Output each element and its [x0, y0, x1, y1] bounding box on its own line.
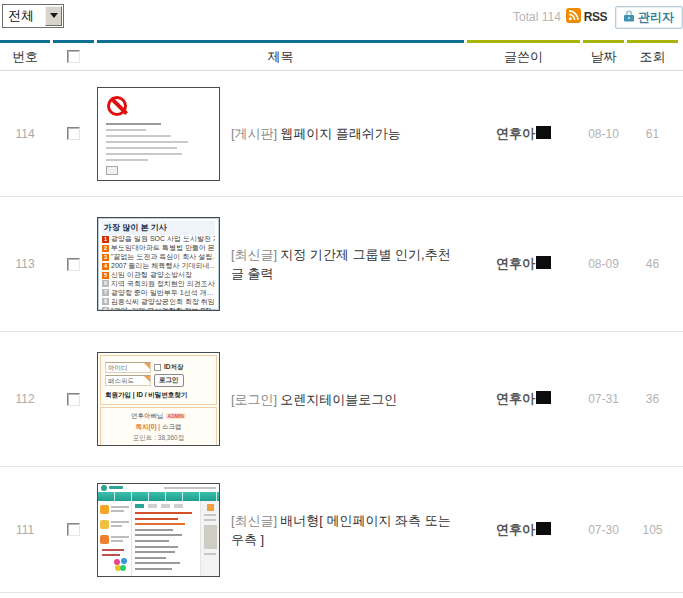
prohibition-icon — [107, 96, 127, 116]
admin-badge: ADMIN — [166, 413, 186, 419]
post-category-tag: [최신글] — [231, 247, 277, 262]
site-tabs — [135, 504, 197, 508]
chevron-down-icon[interactable] — [45, 6, 62, 26]
post-date: 07-31 — [583, 392, 624, 406]
post-author[interactable]: 연후아 — [467, 255, 580, 273]
post-date: 07-30 — [583, 523, 624, 537]
board-filter-value: 전체 — [3, 7, 44, 25]
post-title-link[interactable]: [로그인]오렌지테이블로그인 — [231, 390, 463, 409]
memo-link: 쪽지(0) — [136, 423, 157, 430]
menu-icon — [100, 505, 109, 514]
news-item-text: 신임 이관형 광양소방서장 — [111, 271, 192, 280]
news-widget-heading: 가장 많이 본 기사 — [102, 221, 215, 235]
post-view-count: 105 — [627, 523, 678, 537]
site-header — [98, 484, 219, 493]
post-number: 111 — [0, 523, 50, 537]
text-line — [106, 159, 148, 161]
news-rank-badge: 9 — [102, 307, 109, 311]
column-header-title: 제목 — [97, 40, 464, 70]
redaction-block — [536, 126, 551, 139]
board-toolbar: 전체 Total 114 RSS 관리자 — [0, 0, 683, 36]
row-checkbox[interactable] — [67, 523, 80, 536]
news-item: 7광양항 중마 일반부두 1선석 개… — [102, 288, 215, 297]
column-header-views: 조회 — [627, 40, 678, 70]
news-item-text: 광양항 중마 일반부두 1선석 개… — [111, 288, 214, 297]
select-all-checkbox[interactable] — [67, 50, 80, 63]
news-item-text: 2007 올리는 체육행사 기대되네… — [111, 262, 215, 271]
post-view-count: 61 — [627, 127, 678, 141]
post-title-link[interactable]: [최신글]지정 기간제 그룹별 인기,추천글 출력 — [231, 245, 463, 283]
column-header-author: 글쓴이 — [467, 40, 580, 70]
id-save-label: ID저장 — [164, 363, 184, 372]
text-line — [106, 129, 146, 131]
news-item: 5신임 이관형 광양소방서장 — [102, 271, 215, 280]
table-row: 114 [게시판]웹페이지 플래쉬가능 연후아 — [0, 71, 683, 197]
news-item: 42007 올리는 체육행사 기대되네… — [102, 262, 215, 271]
ad-block — [207, 504, 214, 511]
news-rank-badge: 6 — [102, 280, 109, 287]
news-item-text: 김용식씨 광양상공인회 회장 취임 — [111, 297, 215, 306]
site-article-list — [131, 501, 200, 575]
login-username: 연후아빠님 — [131, 412, 164, 419]
pinwheel-icon — [114, 558, 127, 571]
id-save-checkbox — [154, 364, 161, 371]
site-logo-text — [109, 486, 123, 489]
post-title-link[interactable]: [게시판]웹페이지 플래쉬가능 — [231, 124, 463, 143]
post-author-text: 연후아 — [496, 126, 535, 141]
post-category-tag: [로그인] — [231, 392, 277, 407]
column-header-number: 번호 — [0, 40, 50, 70]
article-lines — [135, 512, 197, 570]
news-item-text: 부도임대아파트 특별법 만들어 본 … — [111, 244, 215, 253]
login-form-panel: 아이디 ID저장 패스워드 로그인 회원가입 | ID / 비밀번호찾기 — [100, 355, 217, 405]
text-line — [106, 141, 188, 143]
row-checkbox[interactable] — [67, 393, 80, 406]
login-userinfo-panel: 연후아빠님ADMIN 쪽지(0) | 스크랩 포인트 : 38,360점 — [100, 407, 217, 446]
site-top-links — [164, 487, 216, 489]
rss-icon — [566, 8, 581, 27]
total-count-label: Total 114 — [513, 10, 561, 24]
text-line — [106, 123, 161, 125]
news-rank-badge: 3 — [102, 254, 109, 261]
news-item-text: 지역 국회의원 정치현안 의견조사 — [111, 279, 215, 288]
rss-label: RSS — [584, 10, 607, 24]
news-item-text: 광양읍 일원 SOC 사업 도시발전 계… — [111, 235, 215, 244]
post-thumbnail-news-list[interactable]: 가장 많이 본 기사 1광양읍 일원 SOC 사업 도시발전 계… 2부도임대아… — [97, 217, 220, 311]
post-author[interactable]: 연후아 — [467, 521, 580, 539]
site-left-menu — [98, 501, 131, 575]
post-author[interactable]: 연후아 — [467, 125, 580, 143]
tiny-button — [106, 166, 118, 175]
news-rank-badge: 2 — [102, 245, 109, 252]
news-item-text: "광양~거제 봉사견학회 정보 BTL… — [111, 306, 215, 311]
board-filter-select[interactable]: 전체 — [2, 4, 64, 28]
post-date: 08-09 — [583, 257, 624, 271]
post-title-link[interactable]: [최신글]배너형[ 메인페이지 좌측 또는 우측 ] — [231, 511, 463, 549]
news-item: 8김용식씨 광양상공인회 회장 취임 — [102, 297, 215, 306]
signup-findid-links: 회원가입 | ID / 비밀번호찾기 — [105, 391, 212, 400]
menu-icon — [100, 535, 109, 544]
admin-button-label: 관리자 — [638, 9, 674, 26]
post-author[interactable]: 연후아 — [467, 390, 580, 408]
post-category-tag: [게시판] — [231, 126, 277, 141]
news-rank-badge: 7 — [102, 289, 109, 296]
row-checkbox[interactable] — [67, 127, 80, 140]
post-thumbnail-flash-error[interactable] — [97, 87, 220, 181]
board-header-row: 번호 제목 글쓴이 날짜 조회 — [0, 40, 683, 71]
post-number: 113 — [0, 257, 50, 271]
post-category-tag: [최신글] — [231, 513, 277, 528]
row-checkbox[interactable] — [67, 258, 80, 271]
news-item: 1광양읍 일원 SOC 사업 도시발전 계… — [102, 235, 215, 244]
post-thumbnail-login-widget[interactable]: 아이디 ID저장 패스워드 로그인 회원가입 | ID / 비밀번호찾기 연후아… — [97, 352, 220, 446]
admin-button[interactable]: 관리자 — [615, 6, 683, 29]
rss-link[interactable]: RSS — [566, 8, 607, 27]
scrap-link: 스크랩 — [162, 423, 182, 430]
news-item-text: "끝없는 도전과 욕심이 회사 설립… — [111, 253, 215, 262]
id-field: 아이디 — [105, 362, 151, 373]
post-number: 114 — [0, 127, 50, 141]
post-number: 112 — [0, 392, 50, 406]
text-line — [106, 147, 177, 149]
board-row-list: 114 [게시판]웹페이지 플래쉬가능 연후아 — [0, 71, 683, 593]
photo-block — [204, 525, 217, 549]
login-button: 로그인 — [154, 374, 184, 387]
post-author-text: 연후아 — [496, 391, 535, 406]
post-thumbnail-website-banner[interactable] — [97, 483, 220, 577]
